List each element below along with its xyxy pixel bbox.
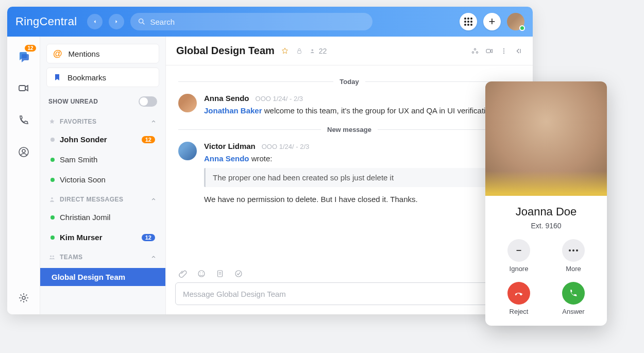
svg-point-5: [22, 296, 25, 299]
search-box[interactable]: [130, 13, 372, 30]
contact-row[interactable]: Kim Murser 12: [46, 229, 159, 245]
contact-row[interactable]: Christian Jomil: [46, 209, 159, 225]
bookmarks-label: Bookmarks: [67, 73, 106, 82]
main-area: 12 @ Mentions Bookmarks: [7, 37, 533, 314]
nav-back-button[interactable]: [87, 14, 103, 29]
star-outline-icon: [281, 47, 289, 55]
chevron-left-icon: [92, 19, 98, 25]
people-icon: [310, 47, 317, 55]
gear-icon: [18, 292, 30, 304]
ignore-button[interactable]: Ignore: [507, 239, 530, 273]
mention-link[interactable]: Anna Sendo: [204, 154, 249, 163]
chevron-up-icon: [150, 196, 157, 203]
dm-section-header[interactable]: DIRECT MESSAGES: [46, 192, 159, 205]
sidepanel: @ Mentions Bookmarks SHOW UNREAD FAVORIT…: [40, 37, 166, 314]
nav-forward-button[interactable]: [109, 14, 124, 29]
search-input[interactable]: [150, 18, 365, 26]
caller-photo: [485, 81, 607, 196]
message-meta: OOO 1/24/ - 2/3: [262, 143, 310, 150]
team-row[interactable]: Global Design Team: [40, 268, 165, 286]
show-unread-row: SHOW UNREAD: [46, 91, 159, 110]
svg-point-24: [235, 271, 242, 277]
favorite-star-button[interactable]: [281, 47, 289, 55]
contact-name: Christian Jomil: [60, 213, 110, 222]
contact-name: Kim Murser: [60, 233, 103, 242]
message-meta: OOO 1/24/ - 2/3: [256, 95, 303, 103]
rail-phone[interactable]: [15, 112, 32, 128]
svg-point-12: [472, 52, 473, 53]
svg-point-11: [474, 48, 476, 50]
message-list[interactable]: Today Anna Sendo OOO 1/24/ - 2/3 Jonatha…: [166, 65, 533, 263]
svg-point-6: [51, 197, 53, 199]
chat-header: Global Design Team 22: [166, 37, 533, 65]
reject-button[interactable]: Reject: [507, 282, 530, 315]
more-button[interactable]: More: [562, 239, 585, 273]
rail-video[interactable]: [15, 80, 32, 96]
topbar: RingCentral +: [7, 7, 533, 37]
message-input[interactable]: [175, 282, 523, 305]
note-icon[interactable]: [215, 269, 225, 278]
phone-icon: [18, 114, 30, 126]
message-text: Jonathan Baker welcome to this team, it'…: [204, 105, 520, 116]
answer-button[interactable]: Answer: [562, 282, 585, 315]
task-icon[interactable]: [234, 269, 243, 278]
message: Anna Sendo OOO 1/24/ - 2/3 Jonathan Bake…: [178, 94, 520, 116]
caller-name: Joanna Doe: [492, 205, 601, 218]
avatar[interactable]: [178, 142, 197, 160]
kebab-icon: [500, 47, 508, 55]
more-icon: [562, 239, 585, 262]
contact-row[interactable]: Sam Smith: [46, 152, 159, 167]
user-avatar[interactable]: [507, 13, 524, 30]
rail-badge: 12: [25, 45, 36, 52]
rail-contacts[interactable]: [15, 144, 32, 160]
svg-point-19: [200, 273, 201, 274]
chat-title: Global Design Team: [176, 45, 275, 57]
svg-line-1: [143, 23, 144, 24]
bookmarks-button[interactable]: Bookmarks: [46, 68, 159, 87]
hangup-icon: [507, 282, 530, 305]
mentions-button[interactable]: @ Mentions: [46, 44, 159, 63]
dm-label: DIRECT MESSAGES: [60, 196, 124, 203]
answer-icon: [562, 282, 585, 305]
start-video-button[interactable]: [485, 47, 494, 55]
contact-row[interactable]: Victoria Soon: [46, 172, 159, 188]
dialpad-button[interactable]: [460, 13, 477, 30]
emoji-icon[interactable]: [197, 269, 206, 278]
video-icon: [18, 82, 30, 94]
svg-rect-14: [486, 49, 490, 53]
search-icon: [138, 18, 146, 26]
at-icon: @: [53, 48, 62, 59]
svg-point-13: [476, 52, 478, 53]
team-icon: [48, 254, 56, 261]
favorites-section-header[interactable]: FAVORITES: [46, 114, 159, 127]
teams-section-header[interactable]: TEAMS: [46, 249, 159, 263]
huddle-button[interactable]: [471, 47, 479, 55]
composer: [166, 263, 533, 314]
svg-rect-9: [297, 51, 301, 53]
person-icon: [48, 196, 56, 203]
composer-tools: [175, 267, 523, 282]
more-options-button[interactable]: [500, 47, 508, 55]
mention-link[interactable]: Jonathan Baker: [204, 106, 262, 115]
collapse-panel-button[interactable]: [514, 47, 522, 55]
members-count[interactable]: 22: [310, 47, 327, 55]
person-circle-icon: [18, 146, 30, 158]
rail-messages[interactable]: 12: [15, 48, 32, 64]
attachment-icon[interactable]: [178, 269, 188, 278]
chevron-right-icon: [113, 19, 120, 25]
svg-point-4: [22, 149, 25, 153]
rail-settings[interactable]: [15, 290, 32, 306]
svg-point-17: [503, 52, 504, 53]
svg-point-0: [139, 19, 143, 23]
team-name: Global Design Team: [52, 273, 125, 281]
contact-row[interactable]: John Sonder 12: [46, 131, 159, 147]
add-button[interactable]: +: [483, 13, 501, 30]
app-window: RingCentral + 12: [7, 7, 533, 314]
message-author: Anna Sendo: [204, 94, 249, 103]
message: Victor Lidman OOO 1/24/ - 2/3 Anna Sendo…: [178, 142, 520, 205]
avatar[interactable]: [178, 94, 197, 112]
chat-area: Global Design Team 22 Today: [166, 37, 533, 314]
show-unread-toggle[interactable]: [139, 96, 157, 107]
collapse-icon: [514, 47, 522, 55]
caller-extension: Ext. 9160: [492, 222, 601, 230]
